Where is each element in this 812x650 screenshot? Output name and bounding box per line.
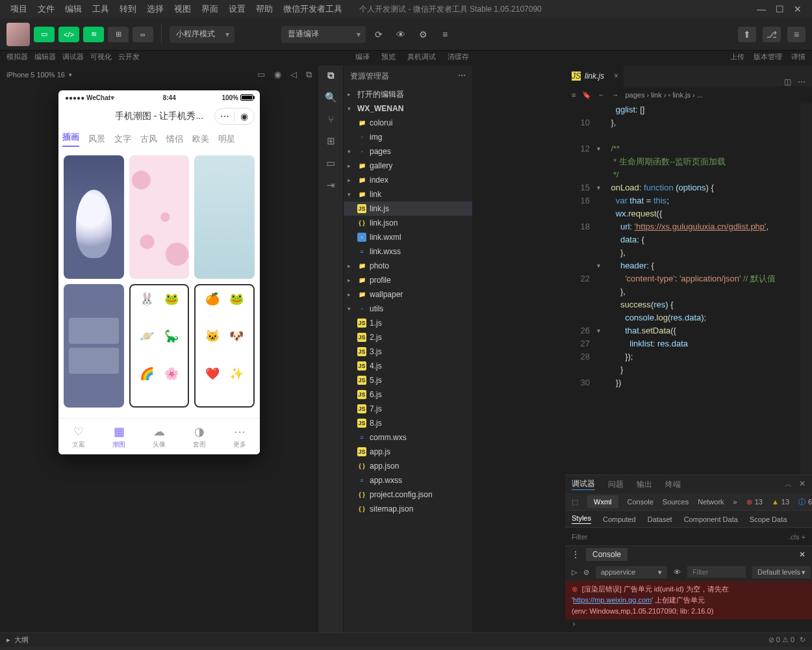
tree-node[interactable]: ▾▫pages (344, 144, 472, 159)
version-button[interactable]: ⎇ (763, 27, 781, 42)
menu-item[interactable]: 微信开发者工具 (278, 4, 348, 14)
close-tab-icon[interactable]: × (614, 72, 618, 81)
console-prompt[interactable]: › (565, 619, 812, 632)
bottom-tabbar[interactable]: ♡文案▦潮图☁头像◑套图⋯更多 (58, 418, 260, 454)
tree-node[interactable]: ≡link.wxss (344, 244, 472, 259)
tree-node[interactable]: JS8.js (344, 416, 472, 430)
tree-section[interactable]: ▸打开的编辑器 (344, 87, 472, 101)
clear-icon[interactable]: ⊘ (583, 568, 589, 577)
upload-button[interactable]: ⬆ (738, 27, 756, 42)
bookmark-icon[interactable]: 🔖 (582, 91, 591, 99)
tree-node[interactable]: ▸📁photo (344, 259, 472, 273)
ext-icon[interactable]: ⇥ (327, 179, 335, 191)
panel-tab[interactable]: 问题 (608, 479, 624, 490)
split-icon[interactable]: ◫ (784, 77, 791, 86)
eye-icon[interactable]: 👁 (674, 568, 681, 576)
wallpaper-item[interactable]: 🐰🐸🪐🦕🌈🌸 (129, 284, 190, 408)
panel-tab[interactable]: 终端 (665, 479, 681, 490)
category-tabs[interactable]: 插画风景文字古风情侣欧美明星 (58, 128, 260, 150)
tree-node[interactable]: JS4.js (344, 359, 472, 373)
ext-icon[interactable]: ▭ (326, 157, 335, 169)
category-tab[interactable]: 情侣 (166, 133, 183, 145)
search-icon[interactable]: 🔍 (325, 92, 337, 103)
close-panel-icon[interactable]: ✕ (799, 479, 806, 490)
tree-node[interactable]: { }link.json (344, 216, 472, 230)
more-tabs-icon[interactable]: » (733, 498, 737, 506)
devtools-tab[interactable]: Console (628, 498, 653, 506)
styles-tab[interactable]: Styles (572, 514, 591, 524)
tree-node[interactable]: JS5.js (344, 373, 472, 387)
cloud-button[interactable]: ∞ (133, 27, 153, 42)
console-menu-icon[interactable]: ⋮ (572, 550, 579, 559)
category-tab[interactable]: 欧美 (192, 133, 209, 145)
wallpaper-grid[interactable]: 🐰🐸🪐🦕🌈🌸 🍊🐸🐱🐶❤️✨ (58, 150, 260, 413)
sim-icon[interactable]: ◁ (290, 70, 297, 80)
sim-icon[interactable]: ▭ (257, 70, 265, 80)
list-icon[interactable]: ≡ (572, 91, 576, 99)
device-info[interactable]: iPhone 5 100% 16 (6, 71, 65, 79)
preview-button[interactable]: 👁 (392, 27, 410, 42)
category-tab[interactable]: 古风 (140, 133, 157, 145)
toggle-icon[interactable]: ▷ (572, 568, 577, 577)
tree-node[interactable]: JS1.js (344, 316, 472, 330)
devtools-tab[interactable]: Sources (663, 498, 689, 506)
panel-tab[interactable]: 输出 (637, 479, 652, 490)
styles-tab[interactable]: Computed (603, 515, 636, 523)
tree-node[interactable]: ▸📁index (344, 173, 472, 187)
warn-count[interactable]: 13 (781, 498, 789, 506)
menu-item[interactable]: 转到 (114, 4, 142, 14)
close-console-icon[interactable]: ✕ (799, 550, 806, 559)
user-avatar[interactable] (6, 23, 30, 46)
nav-back-icon[interactable]: ← (598, 91, 605, 99)
more-icon[interactable]: ⋯ (798, 77, 806, 86)
cls-toggle[interactable]: .cls (789, 533, 800, 541)
error-link[interactable]: https://mp.weixin.qq.com (573, 596, 652, 604)
tree-node[interactable]: ▫link.wxml (344, 230, 472, 244)
wallpaper-item[interactable]: 🍊🐸🐱🐶❤️✨ (194, 284, 255, 408)
capsule-menu[interactable]: ⋯◉ (214, 108, 255, 125)
console-filter-input[interactable] (687, 566, 746, 578)
file-tree[interactable]: ▸打开的编辑器 ▾WX_WENAN 📁colorui▫img▾▫pages▸📁g… (344, 87, 472, 516)
tree-node[interactable]: { }app.json (344, 459, 472, 473)
tree-node[interactable]: JS3.js (344, 344, 472, 359)
mode-dropdown[interactable]: 小程序模式 (170, 26, 235, 43)
menu-item[interactable]: 视图 (169, 4, 196, 14)
tree-node[interactable]: ≡app.wxss (344, 473, 472, 488)
menu-item[interactable]: 选择 (142, 4, 169, 14)
tabbar-item[interactable]: ⋯更多 (220, 419, 260, 454)
scope-dropdown[interactable]: appservice▾ (596, 566, 667, 578)
menu-item[interactable]: 编辑 (60, 4, 87, 14)
visual-button[interactable]: ⊞ (108, 27, 129, 42)
tree-node[interactable]: ▫img (344, 130, 472, 144)
styles-tab[interactable]: Component Data (684, 515, 738, 523)
tree-node[interactable]: ▾▫utils (344, 302, 472, 316)
tree-node[interactable]: ▾📁link (344, 187, 472, 202)
menu-item[interactable]: 工具 (87, 4, 114, 14)
tabbar-item[interactable]: ▦潮图 (99, 419, 139, 454)
minimize-button[interactable]: — (752, 4, 770, 14)
code-area[interactable]: 1012▾15▾1618▾2226▾272830 gglist: [] }, /… (565, 103, 812, 474)
outline-section[interactable]: ▸大纲 ⊘ 0 ⚠ 0↻ (0, 632, 812, 647)
status-issues[interactable]: ⊘ 0 ⚠ 0 (768, 636, 794, 644)
wallpaper-item[interactable] (129, 155, 190, 279)
clear-cache-button[interactable]: ≡ (436, 27, 454, 42)
details-button[interactable]: ≡ (787, 27, 806, 42)
maximize-button[interactable]: ☐ (770, 4, 789, 14)
tabbar-item[interactable]: ♡文案 (58, 419, 99, 454)
category-tab[interactable]: 风景 (88, 133, 105, 145)
sim-icon[interactable]: ⧉ (306, 70, 312, 80)
wallpaper-item[interactable] (64, 155, 124, 279)
remote-debug-button[interactable]: ⚙ (414, 27, 432, 42)
devtools-tab[interactable]: Network (698, 498, 724, 506)
files-icon[interactable]: ⧉ (327, 70, 335, 81)
add-rule-icon[interactable]: + (802, 533, 806, 541)
compile-dropdown[interactable]: 普通编译 (281, 26, 366, 43)
tree-node[interactable]: { }project.config.json (344, 488, 472, 502)
debugger-button[interactable]: ≋ (83, 27, 104, 42)
error-count[interactable]: 13 (755, 498, 763, 506)
nav-fwd-icon[interactable]: → (611, 91, 618, 99)
editor-tab[interactable]: JS link.js × (565, 66, 624, 86)
sync-icon[interactable]: ↻ (800, 636, 806, 644)
tree-node[interactable]: JSlink.js (344, 202, 472, 216)
levels-dropdown[interactable]: Default levels▾ (752, 566, 811, 578)
